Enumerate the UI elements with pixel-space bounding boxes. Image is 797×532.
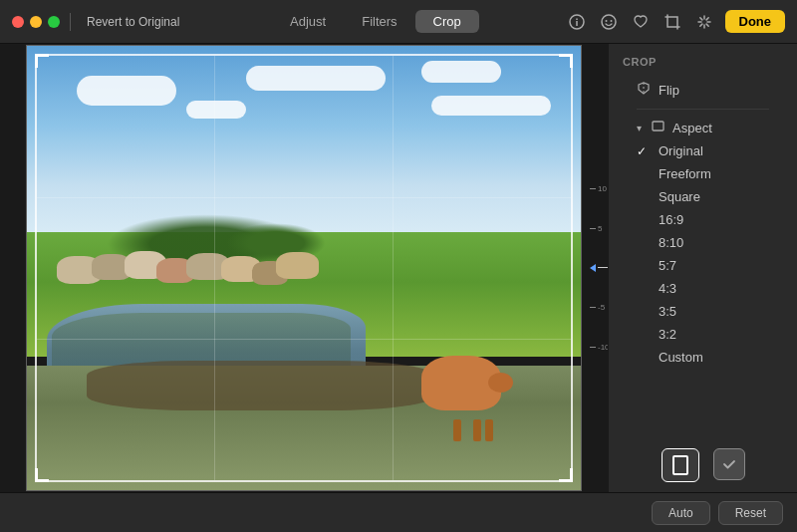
tab-adjust[interactable]: Adjust [272, 10, 344, 33]
confirm-button[interactable] [713, 448, 745, 480]
aspect-freeform-label: Freeform [659, 166, 711, 181]
svg-line-10 [699, 17, 701, 19]
main-cow-leg [453, 419, 461, 441]
aspect-svg [652, 120, 664, 133]
aspect-item-3-2[interactable]: 3:2 [623, 323, 783, 346]
ruler-tick-neg5: -5 [590, 303, 605, 312]
minimize-button[interactable] [30, 16, 42, 28]
svg-point-4 [605, 20, 607, 22]
portrait-button[interactable] [662, 448, 699, 482]
heart-button[interactable] [630, 11, 652, 33]
photo-area[interactable]: 10 5 0 -5 [0, 44, 608, 492]
ruler-label: 5 [598, 224, 602, 233]
checkmark-icon: ✓ [637, 144, 651, 158]
svg-line-13 [699, 24, 701, 26]
aspect-4-3-label: 4:3 [659, 281, 676, 296]
close-button[interactable] [12, 16, 24, 28]
main-cow-leg [485, 419, 493, 441]
titlebar-divider [70, 13, 71, 31]
flip-row[interactable]: Flip [623, 78, 783, 103]
crop-icon [664, 14, 680, 30]
titlebar-right: Done [566, 10, 786, 33]
herd-cow [276, 252, 319, 279]
chevron-down-icon: ▾ [637, 123, 642, 133]
ruler-tick-0: 0 [590, 264, 608, 272]
photo-container: 10 5 0 -5 [26, 45, 582, 491]
main-content: 10 5 0 -5 [0, 44, 797, 492]
aspect-item-5-7[interactable]: 5:7 [623, 254, 783, 277]
main-cow-leg [473, 419, 481, 441]
svg-point-5 [610, 20, 612, 22]
aspect-item-square[interactable]: Square [623, 185, 783, 208]
aspect-icon [652, 120, 664, 135]
aspect-label: Aspect [672, 121, 712, 135]
aspect-3-2-label: 3:2 [659, 327, 676, 342]
nav-tabs: Adjust Filters Crop [185, 10, 565, 33]
magic-wand-icon [696, 14, 712, 30]
ruler-tick-10: 10 [590, 184, 607, 193]
crop-icon-button[interactable] [662, 11, 683, 33]
aspect-5-7-label: 5:7 [659, 258, 676, 273]
ruler-tick-neg10: -10 [590, 343, 608, 352]
aspect-square-label: Square [659, 189, 700, 204]
ruler-arrow [590, 264, 596, 272]
aspect-item-original[interactable]: ✓ Original [623, 139, 783, 162]
svg-rect-15 [653, 122, 664, 131]
orientation-section [609, 438, 797, 492]
panel-divider [637, 109, 769, 110]
traffic-lights [12, 16, 60, 28]
aspect-item-custom[interactable]: Custom [623, 346, 783, 369]
bottom-bar: Auto Reset [0, 492, 797, 532]
svg-rect-2 [576, 18, 578, 20]
aspect-8-10-label: 8:10 [659, 235, 683, 250]
checkmark-svg [722, 457, 736, 471]
crop-panel-title: CROP [623, 56, 783, 68]
ruler-label: -10 [598, 343, 608, 352]
magic-wand-button[interactable] [693, 11, 715, 33]
tab-crop[interactable]: Crop [415, 10, 479, 33]
ruler-line [590, 347, 596, 348]
emoji-button[interactable] [598, 11, 620, 33]
revert-button[interactable]: Revert to Original [81, 12, 185, 32]
info-icon-button[interactable] [566, 11, 588, 33]
ruler-label: 10 [598, 184, 607, 193]
aspect-item-3-5[interactable]: 3:5 [623, 300, 783, 323]
ruler-label: -5 [598, 303, 605, 312]
svg-line-12 [706, 17, 708, 19]
titlebar: Revert to Original Adjust Filters Crop [0, 0, 797, 44]
aspect-16-9-label: 16:9 [659, 212, 683, 227]
done-button[interactable]: Done [725, 10, 786, 33]
smiley-icon [601, 14, 617, 30]
maximize-button[interactable] [48, 16, 60, 28]
aspect-custom-label: Custom [659, 350, 703, 365]
tab-filters[interactable]: Filters [344, 10, 414, 33]
cloud [246, 66, 386, 91]
cloud [431, 96, 551, 116]
ruler-line [590, 228, 596, 229]
flip-icon [637, 82, 651, 99]
info-icon [569, 14, 585, 30]
aspect-header[interactable]: ▾ Aspect [623, 116, 783, 139]
ruler-tick-5: 5 [590, 224, 602, 233]
ruler-line [590, 307, 596, 308]
cattle-herd [57, 246, 336, 326]
svg-point-3 [602, 15, 616, 29]
portrait-icon [672, 455, 688, 475]
cloud [77, 76, 176, 106]
aspect-item-freeform[interactable]: Freeform [623, 162, 783, 185]
aspect-item-16-9[interactable]: 16:9 [623, 208, 783, 231]
svg-line-11 [706, 24, 708, 26]
heart-icon [633, 14, 649, 30]
aspect-3-5-label: 3:5 [659, 304, 676, 319]
crop-section: CROP Flip ▾ [609, 44, 797, 381]
aspect-item-8-10[interactable]: 8:10 [623, 231, 783, 254]
rotation-ruler: 10 5 0 -5 [590, 168, 608, 368]
svg-rect-1 [576, 21, 578, 26]
ruler-line-zero [598, 267, 608, 268]
auto-button[interactable]: Auto [652, 501, 710, 525]
reset-button[interactable]: Reset [718, 501, 783, 525]
aspect-item-4-3[interactable]: 4:3 [623, 277, 783, 300]
photo-image [26, 45, 582, 491]
mud-layer [87, 361, 435, 410]
main-cow-head [488, 373, 513, 393]
